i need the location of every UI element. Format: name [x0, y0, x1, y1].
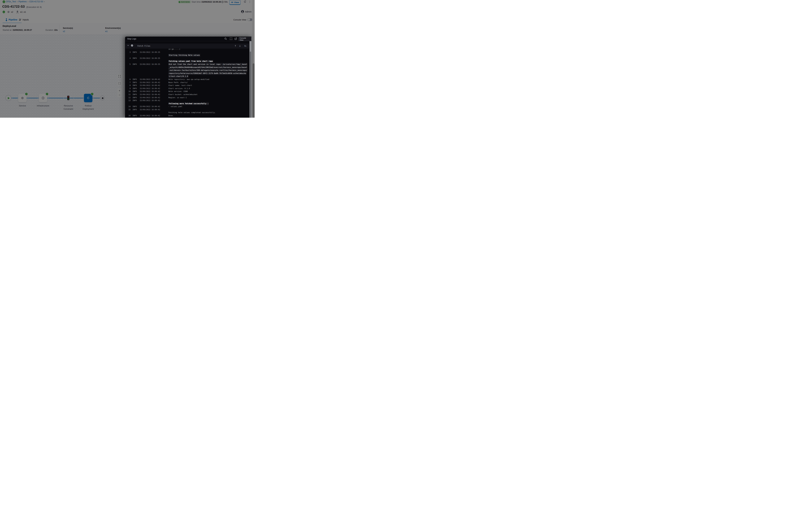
harness-logo-icon: ∞ — [3, 0, 5, 3]
status-check-icon: ✓ — [179, 1, 180, 3]
breadcrumb-separator: › — [44, 0, 45, 3]
services-link[interactable]: s2 — [63, 30, 65, 33]
log-row: 16INFO15/09/2022 16:09:42Done. — [125, 114, 250, 117]
node-resource-constraint[interactable] — [67, 96, 69, 100]
marquee-select-button[interactable] — [117, 81, 122, 86]
end-node[interactable] — [100, 96, 105, 100]
pipeline-icon — [5, 19, 7, 21]
log-row: Following were fetched successfully : — [125, 102, 250, 105]
services-label: Service(s) — [63, 27, 73, 29]
edge-dot — [83, 98, 84, 99]
eye-icon — [231, 1, 233, 3]
step-success-icon — [131, 44, 133, 47]
tab-pipeline-label: Pipeline — [9, 19, 17, 21]
stage-name: DeployLocal — [3, 25, 16, 27]
log-section-duration: 9s — [244, 45, 246, 47]
edge — [27, 98, 39, 98]
service-tag[interactable]: s2 — [11, 11, 13, 13]
console-view-toggle-group: Console View — [233, 16, 252, 23]
log-row: 5INFO15/09/2022 16:09:35Did not find the… — [125, 63, 250, 66]
log-row: 11INFO15/09/2022 16:09:42Chart bucket: a… — [125, 93, 250, 96]
scroll-up-icon[interactable]: ↑ — [234, 45, 236, 47]
console-view-label: Console View — [233, 19, 246, 21]
stage-summary-bar: DeployLocal Started at: 15/09/2022, 16:0… — [0, 23, 255, 34]
tab-inputs[interactable]: Inputs — [19, 16, 29, 23]
console-view-button[interactable]: Console View — [238, 37, 251, 41]
breadcrumb-pipelines[interactable]: Pipelines — [19, 0, 27, 3]
log-row: Starting fetching Helm values — [125, 54, 250, 57]
start-time-label: Start time — [192, 1, 201, 3]
view-button[interactable]: View — [229, 0, 241, 5]
svg-text:∞: ∞ — [3, 1, 4, 3]
breadcrumb-separator: › — [17, 0, 17, 3]
log-rows: in go.....)3INFO15/09/2022 16:09:35Start… — [125, 48, 250, 117]
page-scrollbar-thumb[interactable] — [253, 63, 255, 118]
log-row: 8INFO15/09/2022 16:09:42Chart name: test… — [125, 84, 250, 87]
status-text: SUCCESS — [181, 1, 190, 3]
log-scrollbar[interactable] — [250, 41, 251, 118]
edge-dot — [93, 98, 94, 99]
search-icon[interactable] — [224, 38, 227, 40]
log-row: 12INFO15/09/2022 16:09:42Region: us-east… — [125, 96, 250, 99]
node-label-rollout-deployment: Rollout Deployment — [79, 104, 97, 110]
breadcrumb-pipeline-name[interactable]: CDS-41722-S3 — [29, 0, 43, 3]
environments-link[interactable]: e1 — [105, 30, 108, 33]
environment-tag[interactable]: e2, e1 — [20, 11, 26, 13]
edge-dot — [27, 98, 28, 99]
log-row: t/test-chart/0.1.0 — [125, 75, 250, 78]
log-row: 4INFO15/09/2022 16:09:35 — [125, 57, 250, 60]
log-row: 7INFO15/09/2022 16:09:42Base Path: chart… — [125, 81, 250, 84]
zoom-in-button[interactable]: + — [117, 89, 122, 93]
environments-icon — [16, 10, 19, 13]
harness-cd-icon: ∞ — [3, 10, 5, 13]
log-section-fetch-files[interactable]: Fetch Files ↑ ↓ 9s — [125, 43, 249, 48]
stop-icon — [102, 97, 104, 99]
node-label-resource-constraint: Resource Constraint — [60, 104, 76, 110]
zoom-out-button[interactable]: − — [117, 93, 122, 97]
node-service[interactable]: ⚙ ✓ — [18, 94, 27, 102]
log-scrollbar-thumb[interactable] — [250, 52, 251, 118]
user-menu[interactable]: Admin — [241, 10, 252, 13]
play-icon — [8, 97, 10, 99]
edge-dot — [38, 98, 39, 99]
clock-icon — [221, 1, 224, 3]
node-rollout-deployment[interactable]: ✓ — [84, 94, 93, 102]
tab-inputs-label: Inputs — [23, 19, 29, 21]
start-time-value: 15/09/2022 16:09:26 — [201, 1, 221, 3]
start-node[interactable] — [5, 95, 11, 101]
fit-to-screen-button[interactable] — [117, 74, 122, 78]
elapsed-duration: 59s — [224, 1, 228, 3]
scroll-down-icon[interactable]: ↓ — [239, 45, 241, 47]
stage-duration: Duration: 22s — [45, 29, 58, 31]
node-label-service: Service — [11, 104, 34, 107]
chevron-down-icon[interactable] — [127, 44, 129, 46]
duration-label: Duration: — [45, 29, 54, 31]
log-row: 3INFO15/09/2022 16:09:35 — [125, 51, 250, 54]
view-button-label: View — [234, 1, 239, 4]
kebab-menu-icon[interactable]: ⋮ — [249, 0, 251, 3]
log-row: Fetching helm values completed successfu… — [125, 111, 250, 114]
log-row: 6INFO15/09/2022 16:09:42Helm repository:… — [125, 78, 250, 81]
started-value: 15/09/2022, 16:09:27 — [12, 29, 32, 31]
page-title: CDS-41722-S3 — [2, 5, 25, 8]
edge — [70, 98, 84, 98]
breadcrumb-project[interactable]: CFDs_Test — [6, 0, 16, 3]
refresh-icon[interactable] — [244, 0, 246, 3]
success-badge-icon: ✓ — [91, 93, 94, 95]
step-logs-header: Step Logs Console View — [125, 37, 251, 41]
log-row: 9INFO15/09/2022 16:09:42Chart version: 0… — [125, 87, 250, 90]
tab-pipeline[interactable]: Pipeline — [5, 16, 17, 23]
edge-dot — [11, 98, 13, 99]
breadcrumb-separator: › — [28, 0, 28, 3]
log-row: Fetching values.yaml from helm chart rep… — [125, 60, 250, 63]
duration-value: 22s — [54, 29, 58, 31]
marquee-icon — [118, 82, 121, 84]
node-infrastructure[interactable]: ✓ — [39, 94, 47, 102]
status-badge: ✓ SUCCESS — [178, 0, 191, 3]
page-scrollbar[interactable] — [252, 0, 255, 118]
console-view-toggle[interactable] — [248, 19, 252, 21]
open-in-new-icon[interactable] — [234, 38, 237, 40]
fullscreen-icon[interactable] — [230, 38, 232, 40]
divider — [60, 24, 60, 33]
environments-label: Environment(s) — [105, 27, 121, 29]
